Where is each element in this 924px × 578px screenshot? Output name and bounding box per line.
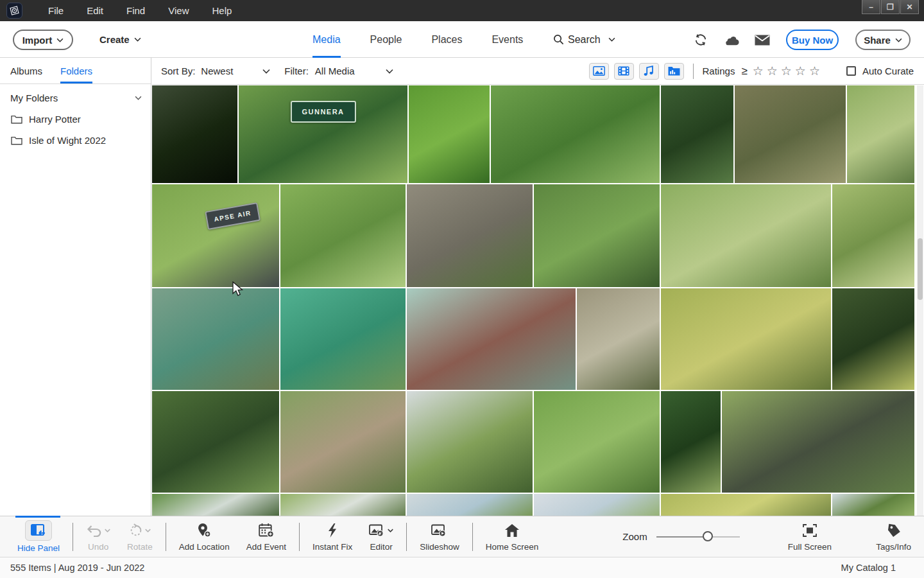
photos-filter-button[interactable] [589,63,609,80]
photo-thumbnail-pond-beach-huts[interactable] [722,391,914,493]
photo-thumbnail-miniature-village-aerial[interactable] [661,184,831,287]
photo-thumbnail-dark-trees-yellow-bush[interactable] [832,288,914,390]
status-bar: 555 Items | Aug 2019 - Jun 2022 My Catal… [0,557,924,578]
location-pin-add-icon [197,523,211,538]
sort-by-value[interactable]: Newest [201,66,262,76]
rotate-button[interactable]: Rotate [119,521,161,552]
menu-view[interactable]: View [157,0,200,21]
photo-thumbnail-model-church-white-manor[interactable] [407,391,533,493]
tags-info-button[interactable]: Tags/Info [868,521,915,552]
media-grid: GUNNERAAPSE AIR [152,85,916,516]
auto-curate-checkbox[interactable] [846,66,856,76]
tab-places[interactable]: Places [431,21,462,58]
editor-label: Editor [370,542,393,552]
videos-filter-button[interactable] [614,63,634,80]
photo-thumbnail-stone-manor-model[interactable] [407,184,533,287]
zoom-slider-track[interactable] [656,536,740,538]
photo-thumbnail-bare-vines[interactable] [735,85,846,183]
chevron-down-icon[interactable] [135,96,142,100]
ratings-stars[interactable]: ☆☆☆☆☆ [753,64,823,78]
undo-button[interactable]: Undo [78,521,119,552]
editor-button[interactable]: Editor [361,521,402,552]
scrollbar-track[interactable] [917,85,923,516]
zoom-slider-knob[interactable] [703,531,713,541]
photo-thumbnail-model-water-garden[interactable] [152,288,279,390]
photo-thumbnail-thatched-cottage-model[interactable] [577,288,660,390]
photo-thumbnail-sky-tree-strip[interactable] [832,494,914,516]
folder-icon [11,136,22,145]
hide-panel-button[interactable]: Hide Panel [9,520,68,553]
search-icon [553,34,564,45]
search-dropdown[interactable]: Search [553,21,615,58]
tab-folders[interactable]: Folders [60,66,92,83]
maximize-button[interactable]: ❐ [881,0,900,14]
share-button[interactable]: Share [855,30,911,50]
scrollbar-thumb[interactable] [918,238,923,300]
menu-file[interactable]: File [37,0,75,21]
add-location-button[interactable]: Add Location [171,521,238,552]
star-icon[interactable]: ☆ [795,64,809,78]
audio-filter-button[interactable] [639,63,659,80]
photo-thumbnail-trees-sky-strip[interactable] [152,494,279,516]
star-icon[interactable]: ☆ [753,64,767,78]
close-button[interactable]: ✕ [900,0,919,14]
buy-now-button[interactable]: Buy Now [786,30,839,50]
photo-thumbnail-sky-strip[interactable] [534,494,660,516]
window-controls: – ❐ ✕ [861,0,919,14]
photo-thumbnail-garden-sky-strip[interactable] [280,494,406,516]
cloud-icon[interactable] [724,32,739,48]
instant-fix-button[interactable]: Instant Fix [304,521,361,552]
tab-albums[interactable]: Albums [10,66,42,83]
photo-thumbnail-lawn-gypsy-caravans[interactable] [534,391,660,493]
home-screen-button[interactable]: Home Screen [477,521,547,552]
filter-value[interactable]: All Media [315,66,386,76]
full-screen-button[interactable]: Full Screen [780,521,840,552]
separator [166,523,166,551]
my-folders-section[interactable]: My Folders [0,92,151,103]
add-event-button[interactable]: Add Event [238,521,295,552]
photo-thumbnail-yellow-bushes-strip[interactable] [661,494,831,516]
menu-find[interactable]: Find [115,0,157,21]
sync-icon[interactable] [693,32,708,48]
create-dropdown[interactable]: Create [99,21,141,58]
photo-thumbnail-model-castle-green[interactable] [280,288,406,390]
folder-label: Isle of Wight 2022 [29,135,106,146]
photo-thumbnail-topiary-balloon-garden[interactable] [280,184,406,287]
photo-thumbnail-garden-path-walkers[interactable] [491,85,660,183]
tab-media[interactable]: Media [312,21,341,58]
star-icon[interactable]: ☆ [767,64,781,78]
photo-thumbnail-ruined-tower-trees[interactable] [152,391,279,493]
photo-thumbnail-wooded-valley[interactable] [661,85,733,183]
filter-chevron-icon[interactable] [386,69,393,74]
ratings-operator[interactable]: ≥ [741,65,747,78]
menu-edit[interactable]: Edit [75,0,115,21]
slideshow-button[interactable]: Slideshow [411,521,468,552]
tab-people[interactable]: People [370,21,402,58]
menu-help[interactable]: Help [200,0,243,21]
import-button[interactable]: Import [13,30,73,50]
photo-thumbnail-gunnera-leaves[interactable] [409,85,490,183]
photo-thumbnail-model-church-teal[interactable] [407,288,576,390]
photo-thumbnail-gunnera-sign[interactable]: GUNNERA [239,85,407,183]
photo-thumbnail-village-church-field[interactable] [847,85,914,183]
star-icon[interactable]: ☆ [809,64,823,78]
main-toolbar: Import Create Media People Places Events… [0,21,924,58]
photo-thumbnail-aerial-hedge-garden[interactable] [534,184,660,287]
star-icon[interactable]: ☆ [781,64,795,78]
minimize-button[interactable]: – [862,0,880,14]
photo-thumbnail-yellow-green-garden[interactable] [661,288,831,390]
mail-icon[interactable] [755,32,770,48]
separator [73,523,73,551]
panel-tabs: Albums Folders [0,58,151,84]
projects-filter-button[interactable] [664,63,684,80]
photo-thumbnail-visitors-thatched-cottages[interactable] [280,391,406,493]
photo-thumbnail-cloudy-sky-strip[interactable] [407,494,533,516]
photo-thumbnail-church-tower-path[interactable] [661,391,721,493]
photo-thumbnail-model-houses-bushes[interactable] [832,184,914,287]
folder-item-harry-potter[interactable]: Harry Potter [0,114,151,125]
tab-events[interactable]: Events [492,21,523,58]
photo-thumbnail-model-airplanes-hangar[interactable]: APSE AIR [152,184,279,287]
sort-chevron-icon[interactable] [262,69,270,74]
folder-item-isle-of-wight[interactable]: Isle of Wight 2022 [0,135,151,146]
photo-thumbnail-dark-garden-path[interactable] [152,85,237,183]
